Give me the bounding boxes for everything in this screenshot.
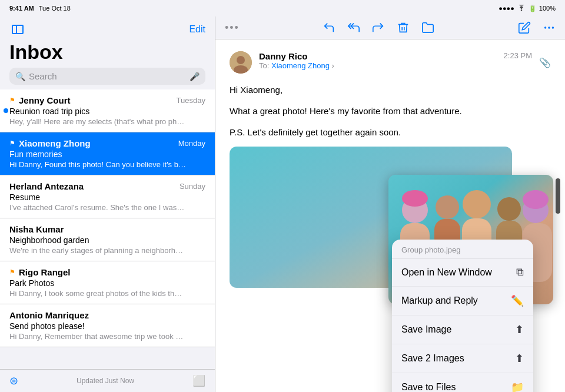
home-indicator[interactable] [556,178,560,214]
search-bar[interactable]: 🔍 Search 🎤 [9,68,205,85]
mail-time: 2:23 PM [504,51,532,60]
mail-sender: Jenny Court [19,95,71,105]
reply-back-button[interactable] [323,21,335,34]
flag-icon: ⚑ [9,268,15,276]
save-to-files-label: Save to Files [401,382,456,392]
context-menu: Group photo.jpeg Open in New Window ⧉ Ma… [392,240,533,392]
to-label: To: [259,61,269,70]
flag-icon: ⚑ [9,97,15,104]
mail-subject: Reunion road trip pics [9,107,205,116]
mail-subject: Resume [9,192,205,202]
mail-preview: Hey, y'all! Here are my selects (that's … [9,117,186,126]
search-icon: 🔍 [15,72,25,81]
mail-from-row: Danny Rico To: Xiaomeng Zhong › 2:23 PM … [230,51,551,74]
more-button[interactable] [543,21,556,34]
mail-date: Tuesday [177,96,205,105]
microphone-icon[interactable]: 🎤 [190,72,200,81]
folder-icon [421,21,434,34]
more-options-icon[interactable]: ••• [225,22,240,34]
mail-subject: Park Photos [9,278,205,288]
updated-text: Updated Just Now [77,377,134,385]
battery-percent: 100% [539,5,556,12]
context-menu-save-2-images[interactable]: Save 2 Images ⬆ [392,344,533,373]
mail-sender: Herland Antezana [9,181,84,191]
mail-item[interactable]: Nisha Kumar Neighborhood garden We're in… [0,218,215,261]
reply-all-button[interactable] [347,21,360,34]
mail-item[interactable]: Herland Antezana Sunday Resume I've atta… [0,175,215,218]
mail-detail-panel: ••• [215,16,565,392]
reply-all-icon [347,21,360,34]
inbox-title: Inbox [0,40,215,68]
mail-preview: Hi Danny, I took some great photos of th… [9,289,186,298]
folder-button[interactable] [421,21,434,34]
mail-subject: Send photos please! [9,321,205,331]
mail-date: Monday [178,139,205,148]
svg-point-0 [549,27,550,28]
save-image-label: Save Image [401,324,451,335]
mail-preview: Hi Danny, Remember that awesome trip we … [9,332,186,341]
mail-list-panel: Edit Inbox 🔍 Search 🎤 ⚑ Jenny Court [0,16,215,392]
main-layout: Edit Inbox 🔍 Search 🎤 ⚑ Jenny Court [0,16,565,392]
to-name[interactable]: Xiaomeng Zhong [271,61,330,70]
toolbar-actions [323,21,434,34]
mail-subject: Fun memories [9,150,205,159]
save-2-images-icon: ⬆ [515,352,524,365]
trash-button[interactable] [397,21,410,34]
detail-toolbar: ••• [215,16,565,39]
flag-icon: ⚑ [9,139,15,147]
mail-to-row: To: Xiaomeng Zhong › [259,61,497,70]
context-menu-save-to-files[interactable]: Save to Files 📁 [392,373,533,392]
mail-sender: Antonio Manriquez [9,310,89,320]
compose-button[interactable] [518,21,531,34]
mail-body-line1: What a great photo! Here's my favorite f… [230,104,551,118]
reply-icon [323,21,335,34]
avatar-image [230,51,252,74]
markup-reply-label: Markup and Reply [401,295,478,306]
mail-meta: Danny Rico To: Xiaomeng Zhong › [259,51,497,70]
list-bottom: ⊜ Updated Just Now ⬜ [0,369,215,392]
svg-point-19 [523,190,549,209]
filter-icon[interactable]: ⊜ [9,374,18,387]
sidebar-toggle-button[interactable] [9,21,26,38]
svg-point-18 [402,190,428,207]
mail-body-line2: P.S. Let's definitely get together again… [230,125,551,139]
compose-icon[interactable]: ⬜ [192,374,205,387]
save-image-icon: ⬆ [515,323,524,336]
forward-button[interactable] [372,21,385,34]
context-menu-open-new-window[interactable]: Open in New Window ⧉ [392,258,533,287]
svg-point-14 [497,197,521,221]
attachment-icon: 📎 [539,57,551,68]
mail-item[interactable]: ⚑ Rigo Rangel Park Photos Hi Danny, I to… [0,261,215,304]
mail-preview: We're in the early stages of planning a … [9,246,186,255]
open-new-window-label: Open in New Window [401,267,492,278]
mail-from-name: Danny Rico [259,51,497,61]
sidebar-icon [12,25,24,34]
mail-body: Hi Xiaomeng, What a great photo! Here's … [230,83,551,139]
markup-icon: ✏️ [511,294,524,307]
edit-button[interactable]: Edit [189,24,205,35]
mail-item[interactable]: ⚑ Jenny Court Tuesday Reunion road trip … [0,89,215,132]
mail-subject: Neighborhood garden [9,235,205,245]
context-menu-save-image[interactable]: Save Image ⬆ [392,315,533,344]
mail-item[interactable]: ⚑ Xiaomeng Zhong Monday Fun memories Hi … [0,132,215,175]
mail-content: Danny Rico To: Xiaomeng Zhong › 2:23 PM … [215,39,565,392]
mail-greeting: Hi Xiaomeng, [230,83,551,97]
search-input[interactable]: Search [29,71,186,81]
save-2-images-label: Save 2 Images [401,353,464,364]
svg-point-1 [553,27,554,28]
wifi-icon [517,5,526,12]
svg-point-2 [545,27,546,28]
battery-icon: 🔋 [529,5,537,12]
status-date: Tue Oct 18 [39,5,71,12]
mail-date: Sunday [180,182,205,191]
list-header: Edit [0,16,215,40]
forward-icon [372,21,385,34]
mail-sender: Nisha Kumar [9,224,64,234]
mail-item[interactable]: Antonio Manriquez Send photos please! Hi… [0,304,215,347]
svg-point-4 [237,56,245,64]
sender-avatar [230,51,252,74]
mail-items-list: ⚑ Jenny Court Tuesday Reunion road trip … [0,89,215,369]
context-menu-markup-reply[interactable]: Markup and Reply ✏️ [392,287,533,315]
mail-preview: I've attached Carol's resume. She's the … [9,203,186,212]
chevron-right-icon: › [332,61,334,70]
